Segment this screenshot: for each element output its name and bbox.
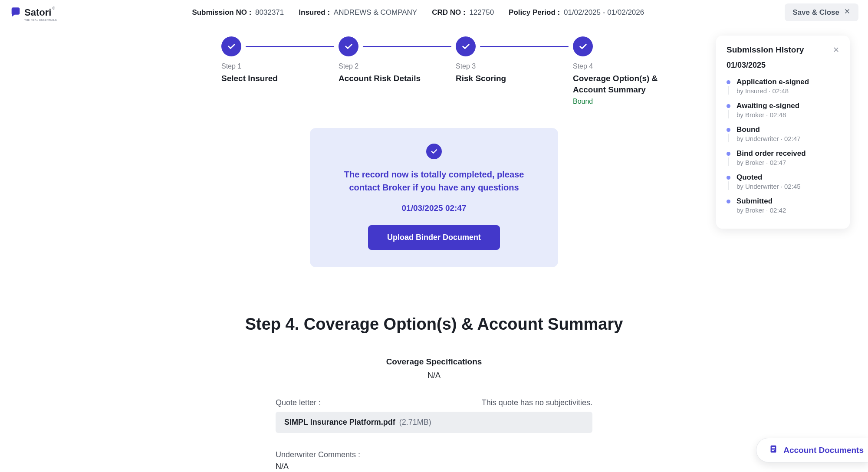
brand-logo[interactable]: Satori ® THE REAL ESSENTIALS: [10, 7, 51, 19]
step-4: Step 4 Coverage Option(s) & Account Summ…: [573, 36, 664, 105]
history-item: Bind order received by Broker · 02:47: [727, 146, 839, 170]
svg-rect-3: [772, 450, 774, 451]
timeline-dot-icon: [727, 80, 730, 84]
top-bar: Satori ® THE REAL ESSENTIALS Submission …: [0, 0, 868, 25]
step-3-number: Step 3: [456, 62, 573, 70]
step-connector: [363, 46, 451, 47]
meta-submission-no: Submission NO : 8032371: [192, 8, 284, 17]
step-2-title: Account Risk Details: [339, 73, 425, 84]
main: Step 1 Select Insured Step 2 Account Ris…: [0, 25, 868, 472]
timeline-dot-icon: [727, 176, 730, 180]
submission-history-panel: Submission History ✕ 01/03/2025 Applicat…: [716, 36, 850, 229]
svg-rect-2: [772, 449, 775, 449]
step-1: Step 1 Select Insured: [221, 36, 339, 84]
step-3-title: Risk Scoring: [456, 73, 542, 84]
save-close-label: Save & Close: [792, 8, 839, 17]
history-item-title: Awaiting e-signed: [736, 102, 799, 110]
meta-policy-period: Policy Period : 01/02/2025 - 01/02/2026: [509, 8, 644, 17]
history-close-button[interactable]: ✕: [833, 46, 839, 54]
history-item-title: Submitted: [736, 197, 786, 206]
history-item: Submitted by Broker · 02:42: [727, 193, 839, 217]
step-4-title: Coverage Option(s) & Account Summary: [573, 73, 660, 95]
history-item: Awaiting e-signed by Broker · 02:48: [727, 98, 839, 122]
section-title: Step 4. Coverage Option(s) & Account Sum…: [0, 315, 868, 334]
close-icon: ✕: [833, 46, 839, 54]
history-item-meta: by Insured · 02:48: [736, 87, 809, 95]
svg-rect-1: [772, 447, 775, 448]
timeline-dot-icon: [727, 200, 730, 203]
meta-insured: Insured : ANDREWS & COMPANY: [299, 8, 417, 17]
step-1-title: Select Insured: [221, 73, 308, 84]
history-item-meta: by Broker · 02:47: [736, 159, 806, 166]
history-item: Application e-signed by Insured · 02:48: [727, 74, 839, 98]
history-item-title: Bind order received: [736, 149, 806, 158]
completion-timestamp: 01/03/2025 02:47: [325, 203, 543, 213]
quote-section: Quote letter : This quote has no subject…: [276, 398, 592, 471]
step-1-check-icon: [221, 36, 241, 56]
history-item: Quoted by Underwriter · 02:45: [727, 170, 839, 193]
history-items: Application e-signed by Insured · 02:48 …: [727, 74, 839, 217]
step-4-status: Bound: [573, 98, 664, 105]
document-icon: [769, 444, 778, 456]
history-item-meta: by Underwriter · 02:45: [736, 183, 801, 190]
step-connector: [480, 46, 569, 47]
history-item-title: Bound: [736, 125, 801, 134]
timeline-dot-icon: [727, 104, 730, 108]
coverage-spec-heading: Coverage Specifications: [0, 357, 868, 367]
brand-name: Satori ® THE REAL ESSENTIALS: [24, 7, 51, 18]
quote-file[interactable]: SIMPL Insurance Platform.pdf (2.71MB): [276, 412, 592, 433]
history-item-meta: by Broker · 02:42: [736, 206, 786, 214]
step-3: Step 3 Risk Scoring: [456, 36, 573, 84]
history-date: 01/03/2025: [727, 61, 839, 70]
quote-file-size: (2.71MB): [399, 418, 431, 426]
step-1-number: Step 1: [221, 62, 339, 70]
step-3-check-icon: [456, 36, 476, 56]
save-close-button[interactable]: Save & Close: [785, 3, 858, 21]
step-2: Step 2 Account Risk Details: [339, 36, 456, 84]
quote-letter-label: Quote letter :: [276, 398, 321, 407]
quote-file-name: SIMPL Insurance Platform.pdf: [284, 418, 395, 426]
step-2-number: Step 2: [339, 62, 456, 70]
meta-crd-no: CRD NO : 122750: [432, 8, 494, 17]
coverage-spec-value: N/A: [0, 371, 868, 380]
timeline-dot-icon: [727, 128, 730, 132]
history-item-title: Quoted: [736, 173, 801, 182]
step-2-check-icon: [339, 36, 358, 56]
history-item-meta: by Underwriter · 02:47: [736, 135, 801, 142]
history-title: Submission History: [727, 45, 804, 55]
timeline-dot-icon: [727, 152, 730, 156]
underwriter-comments-value: N/A: [276, 462, 592, 471]
header-meta: Submission NO : 8032371 Insured : ANDREW…: [51, 8, 785, 17]
account-documents-label: Account Documents: [783, 446, 864, 455]
close-icon: [844, 8, 851, 17]
history-item-title: Application e-signed: [736, 78, 809, 86]
account-documents-button[interactable]: Account Documents: [756, 438, 868, 462]
upload-binder-button[interactable]: Upload Binder Document: [368, 225, 500, 250]
check-icon: [426, 144, 442, 159]
chat-bubble-icon: [10, 7, 22, 19]
step-4-check-icon: [573, 36, 593, 56]
underwriter-comments-label: Underwriter Comments :: [276, 450, 592, 459]
history-item: Bound by Underwriter · 02:47: [727, 122, 839, 146]
step-connector: [246, 46, 334, 47]
history-item-meta: by Broker · 02:48: [736, 111, 799, 118]
quote-subjectivities-note: This quote has no subjectivities.: [482, 398, 592, 407]
completion-card: The record now is totally completed, ple…: [310, 128, 558, 267]
step-4-number: Step 4: [573, 62, 664, 70]
completion-message: The record now is totally completed, ple…: [332, 168, 536, 194]
